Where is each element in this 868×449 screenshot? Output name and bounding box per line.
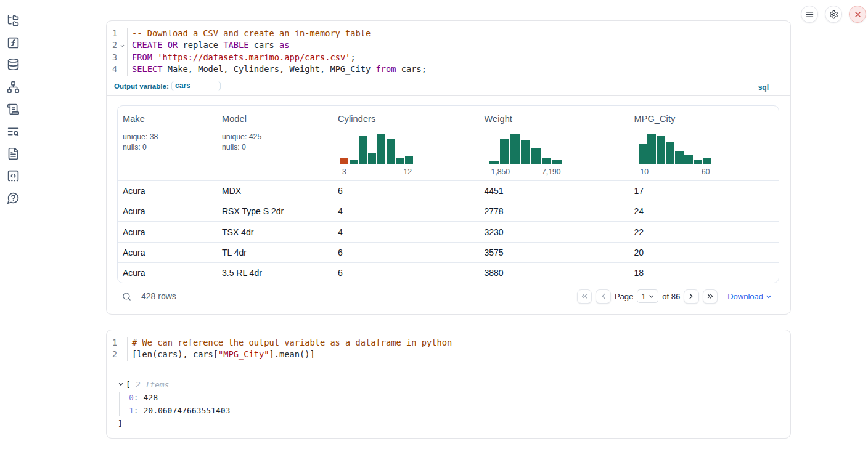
logs-scroll-icon[interactable] [7, 103, 20, 116]
datasources-database-icon[interactable] [7, 58, 20, 71]
histogram-max-label: 7,190 [542, 168, 561, 176]
line-number: 3 [107, 52, 117, 64]
sql-cell-output: Makeunique: 38nulls: 0Modelunique: 425nu… [107, 96, 790, 315]
gutter-row: 2 [107, 349, 127, 361]
code-token: TABLE [223, 40, 248, 50]
histogram-bar [684, 155, 692, 164]
search-logs-icon[interactable] [7, 125, 20, 138]
python-cell-output: [ 2 Items0: 4281: 20.060747663551403] [107, 363, 790, 430]
histogram-bar [639, 144, 647, 164]
histogram-bar [510, 134, 520, 164]
code-token: FROM [132, 52, 152, 62]
file-explorer-icon[interactable] [7, 14, 20, 27]
histogram-bar [350, 160, 358, 164]
page-total-label: of 86 [662, 292, 680, 301]
documentation-file-icon[interactable] [7, 147, 20, 160]
python-code-editor[interactable]: 12 # We can reference the output variabl… [107, 330, 790, 363]
histogram-bar [368, 153, 376, 164]
histogram-bar [377, 134, 385, 164]
table-row: AcuraMDX6445117 [118, 180, 779, 201]
gutter-row: 3 [107, 52, 127, 64]
last-page-button[interactable] [703, 289, 718, 304]
code-line: -- Download a CSV and create an in-memor… [132, 28, 790, 40]
table-cell: 4451 [480, 181, 629, 201]
line-number: 1 [107, 28, 117, 40]
code-token: ].mean()] [269, 349, 315, 359]
code-token: OR [168, 40, 178, 50]
notebook-actions [801, 6, 866, 23]
tree-children: 0: 4281: 20.060747663551403 [118, 391, 779, 417]
snippets-code-icon[interactable] [7, 169, 20, 182]
table-cell: TSX 4dr [217, 222, 333, 241]
table-cell: 22 [629, 222, 780, 241]
column-header-label: Cylinders [338, 114, 475, 124]
cell-language-badge: sql [758, 83, 769, 92]
table-cell: Acura [118, 222, 217, 241]
gutter-row: 1 [107, 337, 127, 349]
code-token: 'https://datasets.marimo.app/cars.csv' [157, 52, 350, 62]
dependency-graph-icon[interactable] [7, 81, 20, 94]
menu-button[interactable] [801, 6, 818, 23]
page-number-select[interactable]: 1 [637, 289, 658, 303]
fold-gutter-spacer [117, 52, 127, 64]
histogram-bars [489, 134, 562, 164]
line-number: 4 [107, 63, 117, 76]
row-count-label: 428 rows [141, 291, 176, 301]
table-cell: RSX Type S 2dr [217, 201, 333, 221]
column-header-model[interactable]: Modelunique: 425nulls: 0 [217, 106, 333, 180]
code-token: -- Download a CSV and create an in-memor… [132, 28, 371, 38]
code-token: SELECT [132, 64, 162, 74]
histogram-max-label: 12 [403, 168, 412, 176]
fold-gutter-spacer [117, 63, 127, 76]
table-search-button[interactable] [122, 292, 131, 301]
histogram-axis: 1060 [639, 164, 711, 176]
table-cell: TL 4dr [217, 243, 333, 262]
tree-collapse-chevron-icon[interactable] [118, 381, 124, 387]
prev-page-button[interactable] [596, 289, 611, 304]
close-icon [853, 10, 862, 19]
chevron-down-icon [765, 293, 772, 301]
first-page-button[interactable] [577, 289, 592, 304]
tree-item-value: 20.060747663551403 [143, 404, 230, 417]
next-page-button[interactable] [684, 289, 699, 304]
output-variable-label: Output variable: [114, 82, 169, 90]
column-header-label: Weight [485, 114, 624, 124]
column-header-make[interactable]: Makeunique: 38nulls: 0 [118, 106, 217, 180]
sql-cell: 1234 -- Download a CSV and create an in-… [106, 20, 791, 315]
output-variable-input[interactable] [171, 81, 221, 91]
download-button[interactable]: Download [727, 292, 772, 301]
open-bracket: [ [126, 378, 136, 391]
tree-close-row: ] [118, 417, 779, 430]
tree-item-colon: : [134, 404, 144, 417]
table-cell: MDX [217, 181, 333, 201]
table-cell: Acura [118, 181, 217, 201]
shutdown-button[interactable] [849, 6, 866, 23]
settings-button[interactable] [825, 6, 842, 23]
help-question-icon[interactable] [7, 192, 20, 204]
column-header-mpg_city[interactable]: MPG_City1060 [629, 106, 780, 180]
fold-gutter-spacer [117, 349, 127, 361]
table-cell: 20 [629, 243, 780, 262]
helper-panel-sidebar [0, 0, 27, 449]
table-row: AcuraRSX Type S 2dr4277824 [118, 201, 779, 221]
search-icon [122, 292, 131, 301]
sql-code-editor[interactable]: 1234 -- Download a CSV and create an in-… [107, 21, 790, 76]
fold-chevron-icon[interactable] [117, 39, 127, 52]
code-token: ; [350, 52, 355, 62]
table-cell: Acura [118, 263, 217, 283]
code-token: CREATE [132, 40, 162, 50]
table-cell: 4 [333, 222, 480, 241]
histogram-max-label: 60 [702, 168, 710, 176]
column-stat: unique: 38 [123, 132, 212, 142]
code-token: [len(cars), cars[ [132, 349, 218, 359]
column-header-label: MPG_City [634, 114, 777, 124]
column-header-weight[interactable]: Weight1,8507,190 [480, 106, 629, 180]
output-variable-bar: Output variable: sql [107, 76, 790, 96]
variables-function-icon[interactable] [7, 36, 20, 49]
histogram-bars [639, 134, 711, 164]
pagination: Page 1 of 86 Download [577, 289, 772, 304]
menu-icon [805, 10, 814, 19]
column-header-cylinders[interactable]: Cylinders312 [333, 106, 480, 180]
histogram-bar [396, 158, 404, 164]
table-cell: 3.5 RL 4dr [217, 263, 333, 283]
